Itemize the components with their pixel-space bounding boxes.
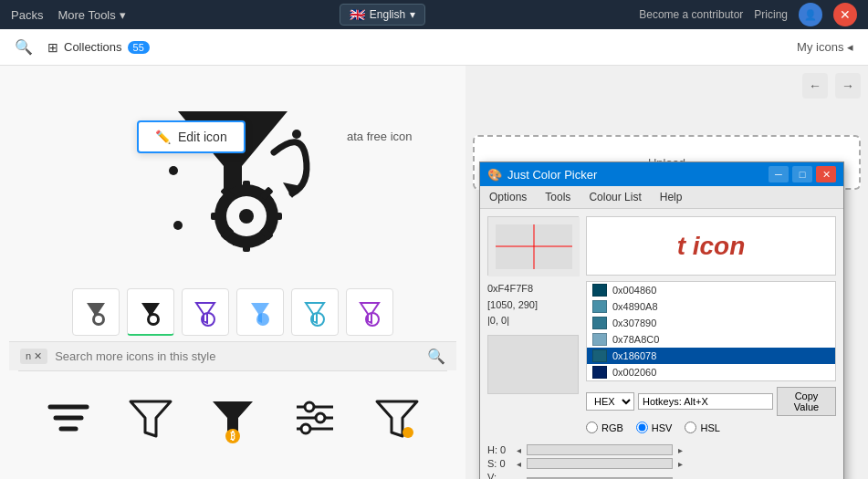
cp-slider-section: H: 0 ◂ ▸ S: 0 ◂ ▸ V: 100 ◂ <box>480 441 843 479</box>
svg-rect-6 <box>269 213 282 220</box>
radio-rgb[interactable] <box>586 422 598 433</box>
slider-h-row: H: 0 ◂ ▸ <box>487 444 836 455</box>
slider-h[interactable] <box>527 444 673 455</box>
filter-clean-icon[interactable] <box>365 386 429 450</box>
menu-help[interactable]: Help <box>651 188 692 206</box>
svg-point-17 <box>95 316 102 323</box>
collections-button[interactable]: ⊞ Collections 55 <box>47 40 150 55</box>
close-button[interactable]: ✕ <box>833 3 857 26</box>
avatar[interactable]: 👤 <box>799 3 822 26</box>
language-selector[interactable]: 🇬🇧 English ▾ <box>340 4 425 26</box>
color-item-1[interactable]: 0x004860 <box>587 282 835 298</box>
slider-h-left[interactable]: ◂ <box>515 445 523 455</box>
more-tools-menu[interactable]: More Tools ▾ <box>58 8 125 22</box>
cp-canvas-preview <box>487 335 579 394</box>
top-navigation: Packs More Tools ▾ 🇬🇧 English ▾ Become a… <box>0 0 868 29</box>
color-item-5[interactable]: 0x186078 <box>587 348 835 364</box>
cp-preview-crosshair <box>487 216 579 276</box>
hotkeys-input[interactable] <box>638 393 773 410</box>
menu-colour-list[interactable]: Colour List <box>580 188 650 206</box>
become-contributor-link[interactable]: Become a contributor <box>639 8 743 21</box>
search-icon[interactable]: 🔍 <box>15 38 33 56</box>
search-tag[interactable]: n ✕ <box>20 349 47 364</box>
close-picker-button[interactable]: ✕ <box>816 166 836 182</box>
window-controls: ─ □ ✕ <box>769 166 836 182</box>
thumbnail-5[interactable] <box>291 288 339 336</box>
collections-grid-icon: ⊞ <box>47 40 58 55</box>
forward-button[interactable]: → <box>835 73 861 99</box>
slider-s-left[interactable]: ◂ <box>515 459 523 469</box>
slider-h-label: H: 0 <box>487 444 515 455</box>
packs-link[interactable]: Packs <box>11 8 43 22</box>
color-item-6[interactable]: 0x002060 <box>587 364 835 380</box>
color-hex-3: 0x307890 <box>612 318 656 328</box>
cp-format-row: HEX Copy Value <box>586 387 836 416</box>
my-icons-label[interactable]: My icons ◂ <box>797 40 853 54</box>
svg-point-14 <box>292 130 301 139</box>
radio-row-rgb: RGB HSV HSL <box>586 422 836 433</box>
secondary-navigation: 🔍 ⊞ Collections 55 My icons ◂ <box>0 29 868 66</box>
thumbnail-6[interactable] <box>346 288 393 336</box>
color-hex-2: 0x4890A8 <box>612 301 658 312</box>
color-picker-app-icon: 🎨 <box>487 168 502 182</box>
color-item-2[interactable]: 0x4890A8 <box>587 298 835 315</box>
edit-icon-button[interactable]: ✏️ Edit icon <box>137 120 246 153</box>
thumbnail-4[interactable] <box>236 288 284 336</box>
search-submit-icon[interactable]: 🔍 <box>427 348 445 365</box>
menu-options[interactable]: Options <box>480 188 536 206</box>
slider-s[interactable] <box>527 458 673 469</box>
language-arrow: ▾ <box>410 8 415 21</box>
slider-s-label: S: 0 <box>487 458 515 469</box>
thumbnail-1[interactable] <box>72 288 120 336</box>
search-bar-area: n ✕ 🔍 <box>9 341 456 370</box>
collections-label: Collections <box>64 40 122 54</box>
minimize-button[interactable]: ─ <box>769 166 789 182</box>
close-picker-icon: ✕ <box>822 169 831 181</box>
cp-radio-group: RGB HSV HSL <box>586 422 836 433</box>
radio-hsv-label: HSV <box>652 422 673 433</box>
svg-rect-3 <box>243 181 250 193</box>
thumbnail-3[interactable] <box>182 288 229 336</box>
cp-coords: [1050, 290] <box>487 297 579 314</box>
search-input[interactable] <box>47 349 427 363</box>
search-tag-label: n ✕ <box>26 350 42 362</box>
color-item-3[interactable]: 0x307890 <box>587 315 835 331</box>
cp-icon-preview: t icon <box>586 216 836 276</box>
svg-point-19 <box>150 316 157 323</box>
color-hex-6: 0x002060 <box>612 367 656 378</box>
radio-hsv[interactable] <box>636 422 648 433</box>
filter-sliders-icon[interactable] <box>283 386 347 450</box>
swatch-5 <box>592 349 607 362</box>
main-area: ✏️ Edit icon ata free icon <box>0 66 868 479</box>
format-select[interactable]: HEX <box>586 392 634 411</box>
thumbnail-2[interactable] <box>127 288 174 336</box>
cp-color-list[interactable]: 0x004860 0x4890A8 0x307890 0x78A8C0 <box>586 281 836 381</box>
svg-point-35 <box>403 427 413 438</box>
pricing-link[interactable]: Pricing <box>754 8 788 21</box>
maximize-button[interactable]: □ <box>792 166 812 182</box>
filter-simple-icon[interactable] <box>37 386 100 450</box>
color-hex-1: 0x004860 <box>612 285 656 296</box>
main-icon-display <box>123 75 342 276</box>
thumbnail-strip <box>63 283 403 341</box>
filter-bitcoin-icon[interactable]: ₿ <box>201 386 265 450</box>
edit-icon-label: Edit icon <box>178 130 227 144</box>
radio-hsl[interactable] <box>685 422 696 433</box>
slider-h-right[interactable]: ▸ <box>676 445 685 455</box>
menu-tools[interactable]: Tools <box>536 188 580 206</box>
color-item-4[interactable]: 0x78A8C0 <box>587 331 835 348</box>
filter-outline-icon[interactable] <box>119 386 183 450</box>
color-picker-title: Just Color Picker <box>507 168 769 182</box>
radio-rgb-label: RGB <box>601 422 623 433</box>
edit-pencil-icon: ✏️ <box>155 130 171 144</box>
icon-panel: ✏️ Edit icon ata free icon <box>0 66 465 479</box>
color-picker-titlebar: 🎨 Just Color Picker ─ □ ✕ <box>480 162 843 186</box>
nav-icons-right: ← → <box>473 73 861 99</box>
back-button[interactable]: ← <box>802 73 828 99</box>
slider-s-right[interactable]: ▸ <box>676 459 685 469</box>
copy-value-button[interactable]: Copy Value <box>777 387 836 416</box>
svg-point-32 <box>305 402 314 411</box>
svg-rect-4 <box>243 239 250 252</box>
swatch-2 <box>592 300 607 313</box>
color-picker-body: 0xF4F7F8 [1050, 290] |0, 0| t icon <box>480 209 843 441</box>
